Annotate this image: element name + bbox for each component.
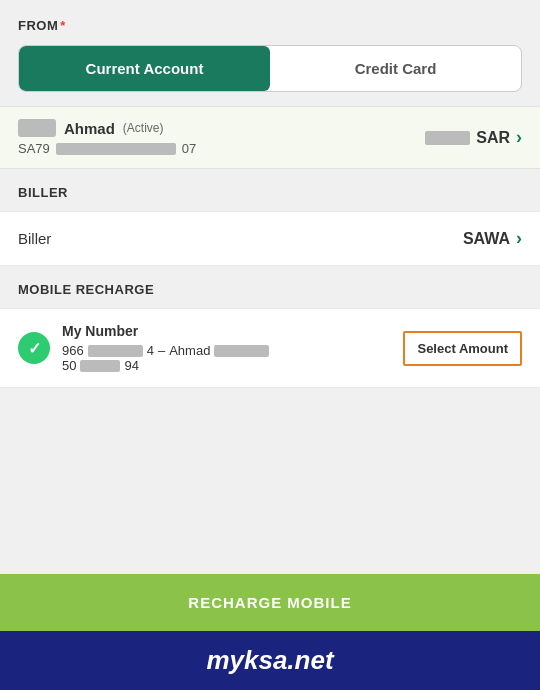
mobile-info: My Number 966 4 – Ahmad 50 94: [62, 323, 391, 373]
biller-label: Biller: [18, 230, 51, 247]
footer-brand: myksa.net: [206, 645, 333, 675]
mobile-row: My Number 966 4 – Ahmad 50 94 Select Amo…: [0, 308, 540, 388]
account-right: SAR ›: [425, 127, 522, 148]
mobile-suffix-digit: 4: [147, 343, 154, 358]
account-prefix: SA79: [18, 141, 50, 156]
mobile-number-blur: [88, 345, 143, 357]
account-suffix: 07: [182, 141, 196, 156]
from-section: FROM* Current Account Credit Card: [0, 0, 540, 106]
from-label: FROM*: [18, 18, 522, 33]
from-text: FROM: [18, 18, 58, 33]
account-chevron-icon: ›: [516, 127, 522, 148]
page-wrapper: FROM* Current Account Credit Card Ahmad …: [0, 0, 540, 690]
mobile-end2: 94: [124, 358, 138, 373]
account-status: (Active): [123, 121, 164, 135]
balance-blur: [425, 131, 470, 145]
mobile-dash: –: [158, 343, 165, 358]
mobile-recharge-title: MOBILE RECHARGE: [18, 282, 154, 297]
biller-value: SAWA: [463, 230, 510, 248]
account-name-row: Ahmad (Active): [18, 119, 196, 137]
biller-value-right: SAWA ›: [463, 228, 522, 249]
mobile-recharge-section-header: MOBILE RECHARGE: [0, 266, 540, 308]
account-left: Ahmad (Active) SA79 07: [18, 119, 196, 156]
mobile-number-end-row: 50 94: [62, 358, 391, 373]
biller-chevron-icon: ›: [516, 228, 522, 249]
mobile-number-row: 966 4 – Ahmad: [62, 343, 391, 358]
green-check-icon: [18, 332, 50, 364]
mobile-end-blur: [80, 360, 120, 372]
account-number-blur: [56, 143, 176, 155]
required-asterisk: *: [60, 18, 66, 33]
mobile-end1: 50: [62, 358, 76, 373]
currency-label: SAR: [476, 129, 510, 147]
select-amount-button[interactable]: Select Amount: [403, 331, 522, 366]
tab-credit-card[interactable]: Credit Card: [270, 46, 521, 91]
biller-row[interactable]: Biller SAWA ›: [0, 211, 540, 266]
account-avatar: [18, 119, 56, 137]
footer: myksa.net: [0, 631, 540, 690]
biller-section-title: BILLER: [18, 185, 68, 200]
account-name: Ahmad: [64, 120, 115, 137]
account-section[interactable]: Ahmad (Active) SA79 07 SAR ›: [0, 106, 540, 169]
tab-current-account[interactable]: Current Account: [19, 46, 270, 91]
mobile-prefix: 966: [62, 343, 84, 358]
mobile-name: Ahmad: [169, 343, 210, 358]
recharge-mobile-button[interactable]: RECHARGE MOBILE: [0, 574, 540, 631]
account-number-row: SA79 07: [18, 141, 196, 156]
my-number-label: My Number: [62, 323, 391, 339]
biller-section-header: BILLER: [0, 169, 540, 211]
mobile-name-blur: [214, 345, 269, 357]
tab-toggle: Current Account Credit Card: [18, 45, 522, 92]
spacer: [0, 388, 540, 574]
